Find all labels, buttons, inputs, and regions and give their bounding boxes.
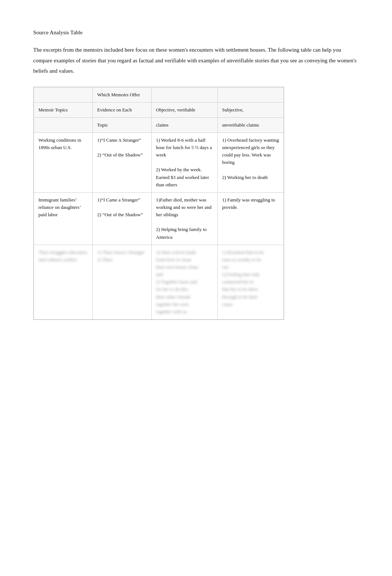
which-immigrant: 1)“I Came a Stranger”2) “Out of the Shad… [97, 197, 142, 217]
subj-working: 1) Overheard factory wanting unexperienc… [222, 137, 279, 180]
cell-subj-working: 1) Overheard factory wanting unexperienc… [217, 132, 283, 192]
obj-immigrant: 1)Father died, mother was working and so… [156, 197, 212, 240]
cell-topic-blurred: Their struggles education and cultural c… [34, 245, 93, 319]
table-header-row-2: Memoir Topics Evidence on Each Objective… [34, 102, 284, 117]
cell-obj-immigrant: 1)Father died, mother was working and so… [151, 192, 217, 245]
cell-which-working: 1)“I Came A Stranger”2) “Out of the Shad… [93, 132, 151, 192]
table-header-row-1: Which Memoirs Offer [34, 87, 284, 102]
blurred-topic: Their struggles education and cultural c… [38, 249, 87, 262]
table-header-row-3: Topic claims unverifiable claims [34, 117, 284, 132]
header-cell-empty-1 [34, 87, 93, 102]
header-subjective: Subjective, [217, 102, 283, 117]
cell-topic-working: Working conditions in1890s urban U.S. [34, 132, 93, 192]
blurred-obj: At their school made learn how to clean … [156, 249, 198, 314]
table-row: Working conditions in1890s urban U.S. 1)… [34, 132, 284, 192]
topic-label-immigrant: Immigrant families’reliance on daughters… [38, 197, 81, 217]
header-cell-empty-3 [151, 87, 217, 102]
source-analysis-table: Which Memoirs Offer Memoir Topics Eviden… [33, 87, 284, 320]
header-objective: Objective, verifiable [151, 102, 217, 117]
header-cell-which-memoirs: Which Memoirs Offer [93, 87, 151, 102]
table-row: Immigrant families’reliance on daughters… [34, 192, 284, 245]
cell-obj-working: 1) Worked 8-6 with a half hour for lunch… [151, 132, 217, 192]
topic-label-working: Working conditions in1890s urban U.S. [38, 137, 81, 150]
subj-immigrant: 1) Family was struggling to provide. [222, 197, 275, 210]
blurred-which: 1) Their Source Stranger2) Their [97, 249, 145, 262]
header-sub-unverifiable: unverifiable claims [217, 117, 283, 132]
header-sub-empty [34, 117, 93, 132]
intro-paragraph: The excerpts from the memoirs included h… [33, 45, 359, 76]
cell-obj-blurred: At their school made learn how to clean … [151, 245, 217, 319]
which-working: 1)“I Came A Stranger”2) “Out of the Shad… [97, 137, 142, 158]
header-sub-topic: Topic [93, 117, 151, 132]
header-memoir-topics: Memoir Topics [34, 102, 93, 117]
page-title: Source Analysis Table [33, 30, 359, 36]
blurred-subj: 1) Resented that to be seen as worthy to… [222, 249, 264, 307]
cell-which-blurred: 1) Their Source Stranger2) Their [93, 245, 151, 319]
header-cell-empty-4 [217, 87, 283, 102]
cell-subj-immigrant: 1) Family was struggling to provide. [217, 192, 283, 245]
header-evidence-on-each: Evidence on Each [93, 102, 151, 117]
header-sub-claims: claims [151, 117, 217, 132]
obj-working: 1) Worked 8-6 with a half hour for lunch… [156, 137, 212, 187]
table-row-blurred: Their struggles education and cultural c… [34, 245, 284, 319]
cell-which-immigrant: 1)“I Came a Stranger”2) “Out of the Shad… [93, 192, 151, 245]
cell-subj-blurred: 1) Resented that to be seen as worthy to… [217, 245, 283, 319]
cell-topic-immigrant: Immigrant families’reliance on daughters… [34, 192, 93, 245]
